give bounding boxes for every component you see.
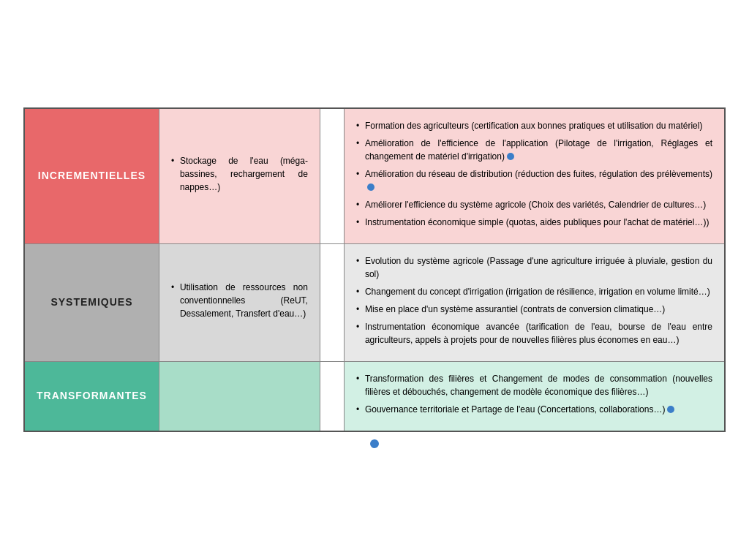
list-item: Améliorer l'efficience du système agrico… — [356, 198, 712, 211]
list-item: Evolution du système agricole (Passage d… — [356, 254, 712, 281]
row-label-2: TRANSFORMANTES — [24, 361, 159, 431]
list-item: Gouvernance territoriale et Partage de l… — [356, 403, 712, 416]
list-item: Amélioration de l'efficience de l'applic… — [356, 137, 712, 163]
col3-cell-2: Transformation des filières et Changemen… — [344, 361, 725, 431]
blue-dot-indicator — [667, 406, 674, 413]
list-item: Formation des agriculteurs (certificatio… — [356, 119, 712, 132]
main-container: INCREMENTIELLESStockage de l'eau (méga-b… — [23, 107, 726, 453]
list-item: Mise en place d'un système assurantiel (… — [356, 303, 712, 316]
list-item: Transformation des filières et Changemen… — [356, 372, 712, 398]
col3-cell-1: Evolution du système agricole (Passage d… — [344, 243, 725, 361]
list-item: Stockage de l'eau (méga-bassines, rechar… — [171, 154, 308, 194]
bottom-blue-dot — [370, 439, 379, 448]
col2-cell-1: Utilisation de ressources non convention… — [159, 243, 320, 361]
strategy-grid: INCREMENTIELLESStockage de l'eau (méga-b… — [23, 107, 726, 432]
bottom-indicator — [23, 432, 726, 453]
row-label-1: SYSTEMIQUES — [24, 243, 159, 361]
list-item: Changement du concept d'irrigation (irri… — [356, 285, 712, 298]
separator-0 — [320, 108, 344, 244]
separator-2 — [320, 361, 344, 431]
col3-cell-0: Formation des agriculteurs (certificatio… — [344, 108, 725, 244]
blue-dot-indicator — [367, 183, 374, 191]
col2-cell-0: Stockage de l'eau (méga-bassines, rechar… — [159, 108, 320, 244]
list-item: Instrumentation économique simple (quota… — [356, 216, 712, 229]
separator-1 — [320, 243, 344, 361]
row-label-0: INCREMENTIELLES — [24, 108, 159, 244]
col2-cell-2 — [159, 361, 320, 431]
blue-dot-indicator — [507, 153, 514, 160]
list-item: Utilisation de ressources non convention… — [171, 281, 308, 320]
list-item: Amélioration du réseau de distribution (… — [356, 167, 712, 194]
list-item: Instrumentation économique avancée (tari… — [356, 320, 712, 347]
